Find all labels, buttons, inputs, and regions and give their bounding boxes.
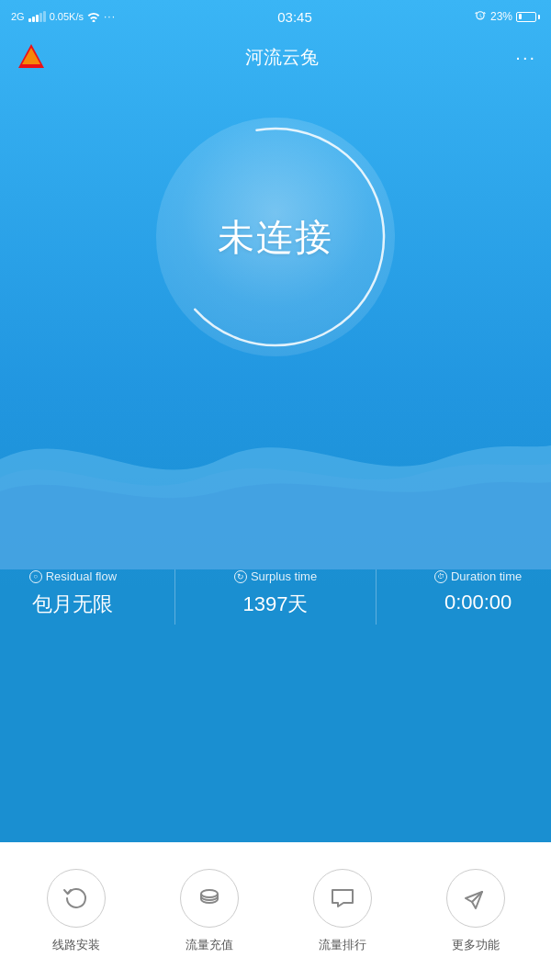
divider-1 [174, 569, 175, 625]
residual-flow-label: ○ Residual flow [29, 569, 117, 583]
rank-icon-circle [313, 869, 372, 928]
status-right: 23% [474, 10, 540, 23]
alarm-icon [474, 10, 487, 23]
duration-time-icon: ⏱ [434, 570, 447, 583]
surplus-time-label: ↻ Surplus time [234, 569, 317, 583]
surplus-time-icon: ↻ [234, 570, 247, 583]
chat-icon [329, 884, 356, 912]
nav-recharge[interactable]: 流量充值 [180, 869, 239, 953]
status-time: 03:45 [277, 9, 312, 25]
stats-area: ○ Residual flow 包月无限 ↻ Surplus time 1397… [0, 551, 551, 638]
signal-bars [28, 11, 46, 22]
recharge-label: 流量充值 [186, 937, 233, 953]
residual-flow-value: 包月无限 [32, 591, 113, 618]
bottom-navigation: 线路安装 流量充值 流量排行 更多功能 [0, 842, 551, 980]
connection-status: 未连接 [218, 212, 333, 263]
install-icon-circle [47, 869, 106, 928]
refresh-icon [62, 884, 90, 912]
rank-label: 流量排行 [319, 937, 366, 953]
send-icon [462, 884, 489, 912]
stat-surplus-time: ↻ Surplus time 1397天 [234, 569, 317, 618]
main-area: 未连接 [0, 81, 551, 375]
app-title: 河流云兔 [48, 45, 515, 70]
app-logo [15, 40, 48, 73]
connect-button[interactable]: 未连接 [156, 118, 395, 356]
divider-2 [376, 569, 377, 625]
more-functions-label: 更多功能 [452, 937, 500, 953]
nav-rank[interactable]: 流量排行 [313, 869, 372, 953]
more-menu-button[interactable]: ··· [515, 47, 536, 68]
battery-icon [516, 12, 540, 22]
duration-time-value: 0:00:00 [444, 591, 512, 614]
more-icon-circle [446, 869, 505, 928]
battery-percent: 23% [490, 10, 512, 23]
nav-more[interactable]: 更多功能 [446, 869, 505, 953]
nav-install[interactable]: 线路安装 [47, 869, 106, 953]
network-type: 2G [11, 11, 25, 22]
coins-icon [196, 884, 223, 912]
wifi-icon [87, 11, 100, 22]
stat-duration-time: ⏱ Duration time 0:00:00 [434, 569, 522, 614]
stat-residual-flow: ○ Residual flow 包月无限 [29, 569, 117, 618]
residual-flow-icon: ○ [29, 570, 42, 583]
speed-indicator: 0.05K/s [50, 11, 84, 22]
more-dots: ··· [104, 10, 116, 23]
status-bar: 2G 0.05K/s ··· 03:45 23% [0, 0, 551, 33]
install-label: 线路安装 [52, 937, 100, 953]
recharge-icon-circle [180, 869, 239, 928]
svg-point-3 [201, 890, 218, 897]
app-header: 河流云兔 ··· [0, 33, 551, 81]
duration-time-label: ⏱ Duration time [434, 569, 522, 583]
surplus-time-value: 1397天 [243, 591, 309, 618]
wave-decoration [0, 386, 551, 569]
status-left: 2G 0.05K/s ··· [11, 10, 116, 23]
